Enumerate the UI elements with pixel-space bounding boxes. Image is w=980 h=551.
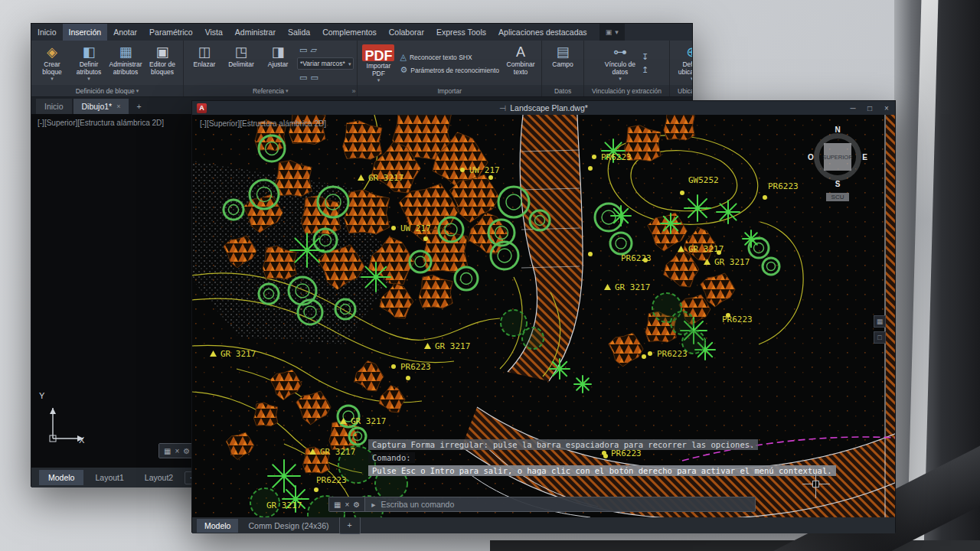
document-tab-dibujo1[interactable]: Dibujo1*× xyxy=(74,99,129,114)
compass-north[interactable]: N xyxy=(835,126,840,134)
button-administrar-atributos[interactable]: ▦Administrar atributos xyxy=(108,42,143,85)
button-delimitar[interactable]: ◳Delimitar xyxy=(224,42,259,85)
panel-overflow-icon[interactable]: » xyxy=(351,87,355,95)
pan-tool-icon[interactable]: ▦ xyxy=(874,315,886,328)
ribbon-tab-express-tools[interactable]: Express Tools xyxy=(430,24,492,41)
svg-text:GR 3217: GR 3217 xyxy=(351,416,386,426)
close-tab-icon[interactable]: × xyxy=(116,103,120,110)
button-definir-ubicacion[interactable]: ⊕Definir ubicación▾ xyxy=(675,42,692,85)
command-history-line: Pulse Esc o Intro para salir, o haga cli… xyxy=(368,465,836,476)
svg-text:PR6223: PR6223 xyxy=(657,349,688,359)
window-controls: ─ □ × xyxy=(844,101,895,115)
panel-label-vinculacion-y-extraccion[interactable]: Vinculación y extracción xyxy=(584,85,669,96)
orbit-tool-icon[interactable]: □ xyxy=(874,331,886,344)
panel-label-importar[interactable]: Importar xyxy=(358,85,541,96)
customize-grid-icon[interactable]: ▦ xyxy=(334,500,341,509)
command-history: Captura Forma irregular: pulse la barra … xyxy=(368,439,836,476)
panel-label-datos[interactable]: Datos xyxy=(542,85,583,96)
document-tab-inicio[interactable]: Inicio xyxy=(36,99,72,114)
viewcube-top-face[interactable]: SUPERIOR xyxy=(824,143,851,171)
manage-attributes-icon: ▦ xyxy=(119,44,132,61)
recognize-shx-row[interactable]: ◬Reconocer texto SHX xyxy=(397,52,501,63)
close-command-icon[interactable]: × xyxy=(175,447,179,455)
layout-tab-layout2[interactable]: Layout2 xyxy=(136,470,182,485)
frames-buttons[interactable]: ▭▱ xyxy=(297,44,354,55)
wrench-icon[interactable]: ⚙ xyxy=(353,500,360,509)
viewport-controls-label[interactable]: [-][Superior][Estructura alámbrica 2D] xyxy=(38,119,164,127)
vary-frames-dropdown[interactable]: *Variar marcos*▾ xyxy=(297,57,354,70)
customize-grid-icon[interactable]: ▦ xyxy=(164,447,171,455)
dropdown-icon: ▾ xyxy=(87,76,90,81)
ribbon-tab-complementos[interactable]: Complementos xyxy=(316,24,383,41)
ribbon-tab-anotar[interactable]: Anotar xyxy=(107,24,143,41)
button-editor-de-bloques[interactable]: ▣Editor de bloques xyxy=(145,42,180,85)
panel-label-ubicacion[interactable]: Ubicación xyxy=(670,85,692,96)
close-command-icon[interactable]: × xyxy=(345,500,349,509)
drawing-layout-tab-modelo[interactable]: Modelo xyxy=(197,519,238,533)
extract-data-button[interactable]: ↧ xyxy=(639,52,651,63)
panel-label-referencia[interactable]: Referencia▾» xyxy=(184,85,357,96)
drawing-window-title-wrap: ⊣ Landscape Plan.dwg* xyxy=(192,103,895,112)
menu-overflow-button[interactable]: ▣▾ xyxy=(599,24,625,41)
compass-west[interactable]: O xyxy=(808,153,814,161)
drawing-layout-tab-comm-design-24x36[interactable]: Comm Design (24x36) xyxy=(240,519,336,533)
svg-text:GW5252: GW5252 xyxy=(688,175,719,185)
svg-text:PR6223: PR6223 xyxy=(400,362,431,372)
viewcube[interactable]: N E S O SUPERIOR SCU xyxy=(805,133,871,202)
viewport-controls-label[interactable]: [-][Superior][Estructura alámbrica 2D] xyxy=(200,119,326,128)
ribbon-tab-insercion[interactable]: Inserción xyxy=(63,24,108,41)
compass-south[interactable]: S xyxy=(835,180,841,188)
recognition-settings-row[interactable]: ⚙Parámetros de reconocimiento xyxy=(397,65,501,76)
dropdown-icon: ▾ xyxy=(136,88,139,94)
ribbon-tab-parametrico[interactable]: Paramétrico xyxy=(143,24,199,41)
upload-state-icon: ↥ xyxy=(642,65,648,75)
compass-east[interactable]: E xyxy=(862,153,867,161)
ucs-selector[interactable]: SCU xyxy=(826,193,850,201)
ribbon-tab-colaborar[interactable]: Colaborar xyxy=(383,24,430,41)
clip-icon: ◳ xyxy=(234,44,247,61)
ribbon-tab-vista[interactable]: Vista xyxy=(199,24,229,41)
drawing-canvas-area[interactable]: GR 3217UW 217UW 217PR6223GW5252PR6223GR … xyxy=(192,115,895,517)
button-definir-atributos[interactable]: ◧Definir atributos▾ xyxy=(71,42,106,85)
button-vinculo-de-datos[interactable]: ⊶Vínculo de datos▾ xyxy=(603,42,638,85)
ribbon-tab-inicio[interactable]: Inicio xyxy=(31,24,63,41)
button-campo[interactable]: ▤Campo xyxy=(545,42,580,85)
ribbon-group-vinculacion-y-extraccion: ⊶Vínculo de datos▾↧↥Vinculación y extrac… xyxy=(584,41,670,96)
button-ajustar[interactable]: ◨Ajustar xyxy=(260,42,296,85)
drawing-layout-tab-new-layout-button[interactable]: + xyxy=(339,517,361,534)
desktop-background: { "icons": { "minimize": "─", "restore":… xyxy=(0,0,980,551)
dropdown-icon: ▾ xyxy=(691,76,692,81)
dropdown-icon: ▾ xyxy=(286,88,289,94)
ribbon-tab-administrar[interactable]: Administrar xyxy=(229,24,282,41)
ribbon-group-ubicacion: ⊕Definir ubicación▾Ubicación xyxy=(670,41,692,96)
restore-button[interactable]: □ xyxy=(861,101,878,115)
drawing-window-titlebar[interactable]: A ⊣ Landscape Plan.dwg* ─ □ × xyxy=(192,101,895,115)
pin-tab-icon[interactable]: ⊣ xyxy=(499,103,506,112)
button-enlazar[interactable]: ◫Enlazar xyxy=(187,42,222,85)
new-tab-button[interactable]: + xyxy=(130,99,147,114)
layout-tab-layout1[interactable]: Layout1 xyxy=(86,470,132,485)
close-button[interactable]: × xyxy=(878,101,895,115)
button-crear-bloque[interactable]: ◈Crear bloque▾ xyxy=(34,42,70,85)
panel-label-definicion-de-bloque[interactable]: Definición de bloque▾ xyxy=(31,85,183,96)
snap-underlay-buttons[interactable]: ▭▭ xyxy=(297,72,354,83)
extract-data-icon: ↧ xyxy=(642,52,648,62)
minimize-button[interactable]: ─ xyxy=(844,101,861,115)
svg-text:GR 3217: GR 3217 xyxy=(220,349,256,359)
button-combinar-texto[interactable]: ACombinar texto xyxy=(503,42,538,85)
ribbon-group-body: ◫Enlazar◳Delimitar◨Ajustar▭▱*Variar marc… xyxy=(184,41,357,85)
ribbon-tab-aplicaciones-destacadas[interactable]: Aplicaciones destacadas xyxy=(492,24,593,41)
command-input[interactable]: ▸ Escriba un comando xyxy=(365,500,755,509)
field-icon: ▤ xyxy=(557,44,570,61)
layout-tab-modelo[interactable]: Modelo xyxy=(39,470,83,485)
ribbon-group-body: ◈Crear bloque▾◧Definir atributos▾▦Admini… xyxy=(31,41,183,85)
wrench-icon[interactable]: ⚙ xyxy=(183,447,190,455)
upload-state-button[interactable]: ↥ xyxy=(639,65,651,76)
svg-text:PR6223: PR6223 xyxy=(621,253,652,263)
ribbon-group-body: ⊕Definir ubicación▾ xyxy=(670,41,692,85)
ribbon-tab-salida[interactable]: Salida xyxy=(282,24,316,41)
button-importar-pdf[interactable]: PDFImportar PDF▾ xyxy=(361,42,396,85)
command-bar[interactable]: ▦ × ⚙ ▸ Escriba un comando xyxy=(328,497,756,512)
svg-text:GR 3217: GR 3217 xyxy=(368,173,403,183)
viewcube-compass-ring[interactable]: N E S O SUPERIOR xyxy=(814,133,861,181)
